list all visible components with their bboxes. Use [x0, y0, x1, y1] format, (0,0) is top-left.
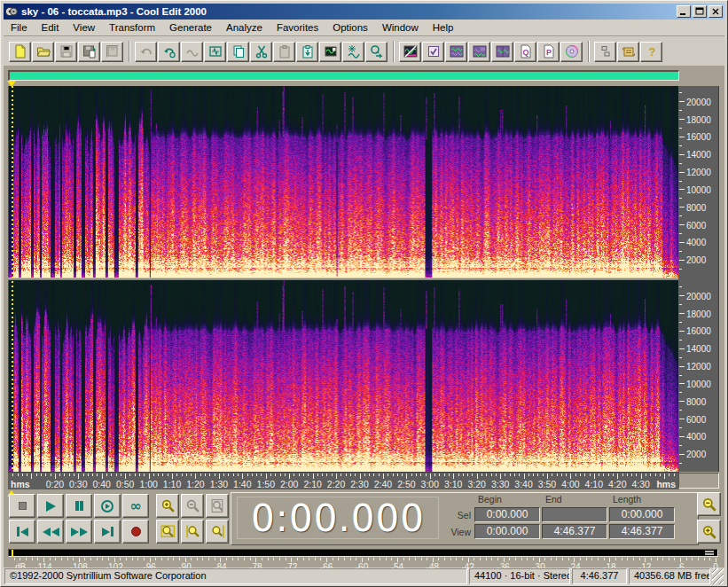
mix-paste-button[interactable]: [319, 42, 341, 62]
play-looped-button[interactable]: [94, 494, 121, 518]
menu-view[interactable]: View: [66, 20, 102, 35]
rewind-button[interactable]: [37, 520, 64, 544]
time-label: 0:40: [90, 479, 114, 489]
open-file-button[interactable]: [32, 42, 54, 62]
freq-tick: [679, 242, 685, 243]
zoom-to-selection-button[interactable]: [156, 520, 179, 544]
time-ruler[interactable]: 0:200:300:400:501:001:101:201:301:401:50…: [8, 472, 679, 489]
play-icon: [46, 501, 56, 512]
menu-window[interactable]: Window: [375, 20, 426, 35]
sel-end-field[interactable]: [542, 507, 607, 522]
db-tick: [551, 558, 552, 560]
db-tick: [67, 558, 68, 560]
freq-tick: [679, 145, 682, 146]
convert-sample-type-button[interactable]: [365, 42, 387, 62]
toolbar-separator: [393, 41, 395, 62]
title-bar[interactable]: sky - 06 - toccata.mp3 - Cool Edit 2000: [4, 4, 724, 20]
close-button[interactable]: [708, 5, 723, 18]
minimize-button[interactable]: [677, 5, 691, 18]
svg-text:P: P: [546, 48, 552, 57]
undo-button[interactable]: [135, 42, 157, 62]
freq-label: 10000: [686, 380, 711, 389]
vertical-zoom-in-button[interactable]: [697, 520, 721, 544]
current-time-display[interactable]: 0:00.000: [237, 497, 439, 539]
go-to-end-button[interactable]: [94, 520, 121, 544]
noise-reduction-button[interactable]: [342, 42, 364, 62]
overview-bar[interactable]: [8, 70, 679, 81]
resize-grip[interactable]: [712, 568, 724, 584]
menu-help[interactable]: Help: [426, 20, 461, 35]
freq-tick: [679, 269, 682, 270]
view-length-field[interactable]: 4:46.377: [609, 524, 675, 539]
paste-button[interactable]: [273, 42, 295, 62]
save-all-button[interactable]: [101, 42, 123, 62]
menu-analyze[interactable]: Analyze: [219, 20, 270, 35]
enable-undo-button[interactable]: [158, 42, 180, 62]
cue-list-button[interactable]: [445, 42, 467, 62]
level-meter[interactable]: [8, 549, 718, 557]
zoom-in-button[interactable]: [156, 494, 179, 518]
menu-edit[interactable]: Edit: [35, 20, 67, 35]
fast-forward-button[interactable]: [66, 520, 92, 544]
maximize-button[interactable]: [693, 5, 707, 18]
cue-to-playlist-button[interactable]: [491, 42, 513, 62]
copy-button[interactable]: [227, 42, 249, 62]
time-tick: [41, 474, 42, 476]
menu-transform[interactable]: Transform: [102, 20, 162, 35]
freq-tick: [679, 172, 685, 173]
batch-q-button[interactable]: Q: [514, 42, 536, 62]
batch-p-button[interactable]: P: [537, 42, 560, 62]
freq-tick: [679, 207, 685, 207]
frequency-ruler[interactable]: 2000018000160001400012000100008000600040…: [678, 86, 719, 472]
freq-tick: [679, 154, 685, 155]
waveform-spectral-toggle-button[interactable]: [399, 42, 421, 62]
new-file-button[interactable]: [9, 42, 31, 62]
time-tick: [426, 474, 427, 476]
trim-icon: [208, 44, 223, 59]
go-to-beginning-button[interactable]: [9, 520, 35, 544]
folder-icon: [36, 44, 51, 59]
menu-favorites[interactable]: Favorites: [270, 20, 325, 35]
menu-generate[interactable]: Generate: [162, 20, 219, 35]
spectrogram-right-channel[interactable]: [8, 280, 678, 472]
view-end-field[interactable]: 4:46.377: [542, 524, 607, 539]
settings-button[interactable]: [422, 42, 444, 62]
paste-special-button[interactable]: [296, 42, 318, 62]
view-begin-field[interactable]: 0:00.000: [474, 524, 540, 539]
zoom-out-disabled-icon: [185, 498, 200, 513]
cut-button[interactable]: [250, 42, 272, 62]
zoom-left-edge-button[interactable]: [181, 520, 204, 544]
sel-length-field[interactable]: 0:00.000: [609, 507, 675, 522]
zoom-out-button[interactable]: [181, 494, 204, 518]
menu-options[interactable]: Options: [325, 20, 375, 35]
scripts-button[interactable]: [617, 42, 639, 62]
frequency-analysis-button[interactable]: [594, 42, 616, 62]
zoom-full-button[interactable]: [206, 494, 229, 518]
loop-button[interactable]: ∞: [122, 494, 149, 518]
db-tick: [226, 558, 227, 560]
minimize-icon: [679, 7, 688, 16]
freq-label: 8000: [686, 397, 706, 407]
time-tick: [364, 474, 365, 476]
play-button[interactable]: [37, 494, 64, 518]
repeat-command-button[interactable]: [181, 42, 203, 62]
record-button[interactable]: [122, 520, 149, 544]
save-as-button[interactable]: [78, 42, 100, 62]
help-button[interactable]: ?: [640, 42, 662, 62]
sel-begin-field[interactable]: 0:00.000: [474, 507, 540, 522]
play-list-button[interactable]: [468, 42, 490, 62]
playback-cursor[interactable]: [12, 86, 13, 472]
db-tick: [191, 558, 192, 560]
trim-button[interactable]: [204, 42, 226, 62]
zoom-right-edge-button[interactable]: [206, 520, 229, 544]
checkbox-icon: [427, 44, 441, 59]
pause-button[interactable]: [66, 494, 92, 518]
save-button[interactable]: [55, 42, 77, 62]
menu-file[interactable]: File: [4, 20, 35, 35]
spectrogram-left-channel[interactable]: [8, 86, 678, 278]
db-tick: [14, 558, 15, 560]
cd-burn-button[interactable]: [560, 42, 583, 62]
stop-button[interactable]: [9, 494, 35, 518]
vertical-zoom-out-button[interactable]: [697, 492, 721, 516]
time-label: 3:30: [488, 479, 513, 489]
